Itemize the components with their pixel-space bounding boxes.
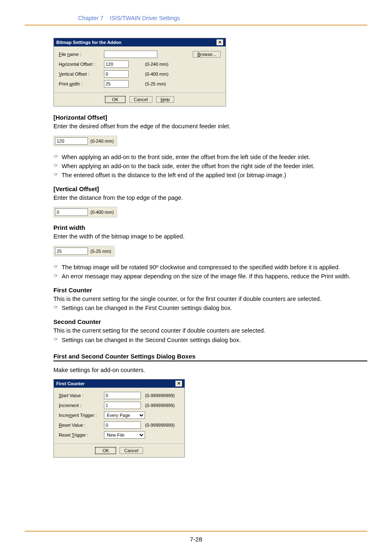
pwidth-heading: Print width xyxy=(53,224,367,231)
pwidth-label: Print width : xyxy=(59,81,104,86)
voffset-sample-input[interactable] xyxy=(55,208,88,216)
hoffset-range: (0-240 mm) xyxy=(145,62,168,67)
pointer-icon: ☞ xyxy=(53,171,62,180)
bitmap-settings-dialog: Bitmap Settings for the Addon ✕ File nam… xyxy=(53,38,226,106)
hoffset-sample: (0-240 mm) xyxy=(53,136,117,146)
voffset-range: (0-400 mm) xyxy=(145,72,168,76)
pointer-icon: ☞ xyxy=(53,153,62,162)
note-item: ☞ Settings can be changed in the First C… xyxy=(53,304,367,312)
help-button[interactable]: Help xyxy=(156,96,175,103)
first-counter-dialog: First Counter ✕ Start Value : (0-9999999… xyxy=(53,379,185,458)
dialog-title-text: First Counter xyxy=(56,381,85,386)
hoffset-sample-input[interactable] xyxy=(55,137,88,145)
note-item: ☞ When applying an add-on to the back si… xyxy=(53,162,367,171)
start-value-range: (0-999999999) xyxy=(145,393,175,398)
browse-button[interactable]: Browse... xyxy=(193,51,221,58)
note-text: Settings can be changed in the First Cou… xyxy=(62,304,367,312)
start-value-label: Start Value : xyxy=(59,393,104,398)
start-value-input[interactable] xyxy=(104,392,141,399)
increment-trigger-label: Increment Trigger : xyxy=(59,413,104,418)
pointer-icon: ☞ xyxy=(53,272,62,281)
chapter-number: Chapter 7 xyxy=(78,15,103,21)
dialog-title-text: Bitmap Settings for the Addon xyxy=(56,40,121,45)
note-text: When applying an add-on to the back side… xyxy=(62,162,367,171)
note-text: Settings can be changed in the Second Co… xyxy=(62,336,367,345)
pwidth-input[interactable] xyxy=(104,80,129,88)
increment-range: (0-999999999) xyxy=(145,403,175,408)
note-text: The bitmap image will be rotated 90º clo… xyxy=(62,263,367,272)
increment-label: Increment : xyxy=(59,403,104,408)
reset-value-input[interactable] xyxy=(104,421,141,429)
counter-boxes-heading: First and Second Counter Settings Dialog… xyxy=(53,353,367,361)
reset-value-range: (0-999999999) xyxy=(145,423,175,428)
second-counter-heading: Second Counter xyxy=(53,318,367,325)
pwidth-sample-range: (5-25 mm) xyxy=(90,249,113,254)
note-text: The entered offset is the distance to th… xyxy=(62,171,367,180)
note-item: ☞ The bitmap image will be rotated 90º c… xyxy=(53,263,367,272)
close-icon[interactable]: ✕ xyxy=(217,39,223,45)
voffset-input[interactable] xyxy=(104,70,129,78)
hoffset-heading: [Horizontal Offset] xyxy=(53,114,367,121)
pointer-icon: ☞ xyxy=(53,336,62,345)
first-counter-desc: This is the current setting for the sing… xyxy=(53,295,367,303)
hoffset-desc: Enter the desired offset from the edge o… xyxy=(53,123,367,131)
ok-button[interactable]: OK xyxy=(95,447,116,454)
note-item: ☞ When applying an add-on to the front s… xyxy=(53,153,367,162)
note-item: ☞ The entered offset is the distance to … xyxy=(53,171,367,180)
pointer-icon: ☞ xyxy=(53,162,62,171)
voffset-desc: Enter the distance from the top edge of … xyxy=(53,194,367,202)
voffset-label: Vertical Offset : xyxy=(59,72,104,76)
note-text: An error message may appear depending on… xyxy=(62,272,367,281)
dialog-titlebar: Bitmap Settings for the Addon ✕ xyxy=(54,38,226,46)
close-icon[interactable]: ✕ xyxy=(175,381,182,386)
hoffset-input[interactable] xyxy=(104,60,129,68)
hoffset-label: Horizontal Offset : xyxy=(59,62,104,67)
pwidth-sample-input[interactable] xyxy=(55,247,88,255)
ok-button[interactable]: OK xyxy=(105,96,126,103)
pwidth-desc: Enter the width of the bitmap image to b… xyxy=(53,233,367,241)
voffset-heading: [Vertical Offset] xyxy=(53,185,367,192)
pointer-icon: ☞ xyxy=(53,304,62,312)
reset-trigger-label: Reset Trigger : xyxy=(59,432,104,437)
first-counter-heading: First Counter xyxy=(53,287,367,294)
pointer-icon: ☞ xyxy=(53,263,62,272)
note-item: ☞ An error message may appear depending … xyxy=(53,272,367,281)
pwidth-sample: (5-25 mm) xyxy=(53,246,115,257)
page-header: Chapter 7 ISIS/TWAIN Driver Settings xyxy=(25,0,367,25)
increment-trigger-select[interactable]: Every Page xyxy=(104,412,145,419)
filename-input[interactable] xyxy=(104,51,157,58)
note-item: ☞ Settings can be changed in the Second … xyxy=(53,336,367,345)
counter-boxes-desc: Make settings for add-on counters. xyxy=(53,366,367,375)
cancel-button[interactable]: Cancel xyxy=(129,96,152,103)
pwidth-range: (5-25 mm) xyxy=(145,81,166,86)
increment-input[interactable] xyxy=(104,402,141,409)
filename-label: File name : xyxy=(59,52,104,57)
voffset-sample-range: (0-400 mm) xyxy=(90,210,115,215)
note-text: When applying an add-on to the front sid… xyxy=(62,153,367,162)
chapter-title: ISIS/TWAIN Driver Settings xyxy=(110,15,180,21)
voffset-sample: (0-400 mm) xyxy=(53,207,117,217)
second-counter-desc: This is the current setting for the seco… xyxy=(53,327,367,335)
reset-value-label: Reset Value : xyxy=(59,423,104,428)
hoffset-sample-range: (0-240 mm) xyxy=(90,139,115,143)
page-number: 7-28 xyxy=(25,531,367,543)
cancel-button[interactable]: Cancel xyxy=(120,447,143,454)
dialog-titlebar: First Counter ✕ xyxy=(54,379,184,388)
reset-trigger-select[interactable]: New File xyxy=(104,431,145,439)
